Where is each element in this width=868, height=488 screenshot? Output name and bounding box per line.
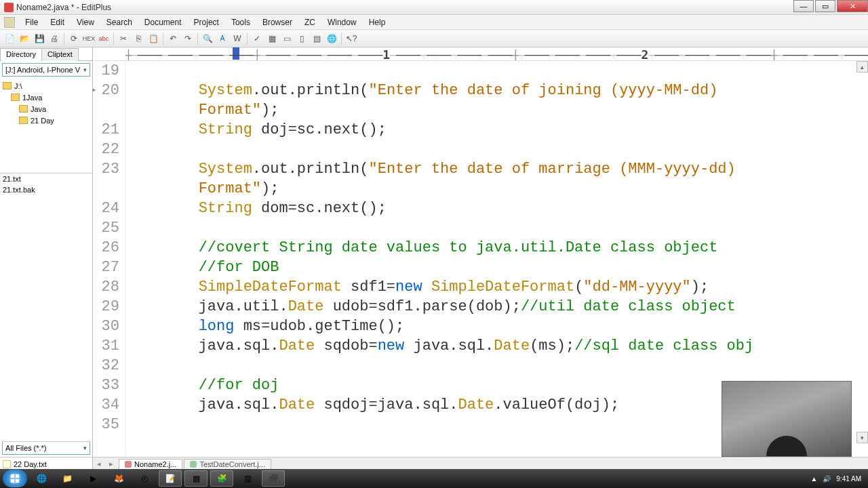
redo-icon[interactable]: ↷ (181, 32, 195, 45)
tab-prev-icon[interactable]: ◂ (93, 460, 105, 468)
separator (341, 33, 342, 45)
title-bar: Noname2.java * - EditPlus — ▭ ✕ (0, 0, 868, 15)
taskbar-cmd-icon[interactable]: ⬛ (262, 470, 285, 487)
columns-icon[interactable]: ▦ (265, 32, 279, 45)
window3-icon[interactable]: ▤ (310, 32, 323, 45)
find-icon[interactable]: 🔍 (201, 32, 214, 45)
menu-view[interactable]: View (71, 16, 100, 28)
open-file-icon[interactable]: 📂 (18, 32, 31, 45)
document-tabs: 22 Day.txt ◂ ▸ Noname2.j... TestDateConv… (0, 457, 868, 470)
system-tray[interactable]: ▲ 🔊 9:41 AM (810, 475, 865, 483)
paste-icon[interactable]: 📋 (146, 32, 160, 45)
menu-search[interactable]: Search (100, 16, 138, 28)
taskbar-app3-icon[interactable]: ▥ (236, 470, 259, 487)
separator (247, 33, 248, 45)
new-file-icon[interactable]: 📄 (3, 32, 16, 45)
line-gutter: 1920212223242526272829303132333435 (93, 61, 125, 457)
taskbar: 🌐 📁 ▶ 🦊 ◴ 📝 ▦ 🧩 ▥ ⬛ ▲ 🔊 9:41 AM (0, 469, 868, 488)
document-tab-label: Noname2.j... (134, 460, 176, 468)
word-wrap-icon[interactable]: W (231, 32, 244, 45)
minimize-button[interactable]: — (793, 0, 814, 12)
taskbar-firefox-icon[interactable]: 🦊 (107, 470, 130, 487)
tree-item-label[interactable]: 21 Day (31, 117, 54, 125)
document-tab[interactable]: TestDateConvert.j... (184, 459, 271, 470)
cut-icon[interactable]: ✂ (117, 32, 130, 45)
menu-document[interactable]: Document (138, 16, 188, 28)
chevron-down-icon: ▾ (83, 445, 87, 451)
tab-directory[interactable]: Directory (0, 48, 42, 61)
separator (197, 33, 198, 45)
tree-item-label[interactable]: 1Java (22, 94, 42, 102)
file-item[interactable]: 21.txt.bak (3, 186, 90, 197)
spell-icon[interactable]: abc (97, 32, 111, 45)
replace-icon[interactable]: A (216, 32, 229, 45)
directory-tree[interactable]: J:\ 1Java Java 21 Day (0, 79, 92, 174)
app-icon (4, 3, 14, 12)
file-list[interactable]: 21.txt 21.txt.bak (0, 174, 92, 439)
menu-project[interactable]: Project (188, 16, 225, 28)
folder-icon (19, 105, 28, 113)
scroll-up-icon[interactable]: ▴ (856, 61, 868, 73)
drive-combo-label: [J:] Android, I-Phone V (5, 66, 80, 74)
ruler-scale: ┼────────────────────┼──────────────────… (125, 47, 868, 61)
tree-item-label[interactable]: J:\ (14, 82, 22, 90)
tree-item-label[interactable]: Java (31, 105, 46, 113)
undo-icon[interactable]: ↶ (166, 32, 180, 45)
taskbar-app2-icon[interactable]: 🧩 (210, 470, 233, 487)
app-menu-icon (4, 17, 15, 28)
copy-icon[interactable]: ⎘ (132, 32, 145, 45)
taskbar-editplus-icon[interactable]: 📝 (159, 470, 182, 487)
taskbar-app-icon[interactable]: ▦ (184, 470, 208, 487)
close-button[interactable]: ✕ (837, 0, 868, 12)
document-tab-label: TestDateConvert.j... (199, 460, 265, 468)
start-button[interactable] (3, 470, 27, 487)
pointer-icon[interactable]: ↖? (344, 32, 358, 45)
scroll-down-icon[interactable]: ▾ (856, 432, 868, 443)
ruler: ┼────────────────────┼──────────────────… (93, 47, 868, 61)
file-item[interactable]: 21.txt (3, 175, 90, 186)
taskbar-chrome-icon[interactable]: ◴ (133, 470, 156, 487)
side-file-tab[interactable]: 22 Day.txt (14, 460, 47, 468)
menu-file[interactable]: File (19, 16, 44, 28)
webcam-overlay (722, 381, 852, 457)
menu-browser[interactable]: Browser (256, 16, 298, 28)
taskbar-media-icon[interactable]: ▶ (81, 470, 104, 487)
menu-edit[interactable]: Edit (44, 16, 71, 28)
file-icon (3, 460, 11, 468)
folder-icon (3, 82, 12, 89)
window-buttons: — ▭ ✕ (792, 0, 868, 12)
maximize-button[interactable]: ▭ (815, 0, 835, 12)
sidebar-tabs: Directory Cliptext (0, 47, 92, 61)
menu-window[interactable]: Window (321, 16, 363, 28)
menu-tools[interactable]: Tools (225, 16, 256, 28)
menu-zc[interactable]: ZC (298, 16, 321, 28)
hex-icon[interactable]: HEX (82, 32, 96, 45)
window2-icon[interactable]: ▯ (295, 32, 309, 45)
drive-combo[interactable]: [J:] Android, I-Phone V ▾ (2, 63, 90, 77)
separator (113, 33, 114, 45)
window-title: Noname2.java * - EditPlus (16, 3, 111, 12)
document-tab-active[interactable]: Noname2.j... (119, 459, 182, 470)
reload-icon[interactable]: ⟳ (67, 32, 81, 45)
bookmark-icon[interactable]: ✓ (250, 32, 264, 45)
window1-icon[interactable]: ▭ (280, 32, 294, 45)
tab-cliptext[interactable]: Cliptext (41, 48, 79, 61)
taskbar-ie-icon[interactable]: 🌐 (30, 470, 53, 487)
folder-icon (11, 94, 20, 101)
browser-icon[interactable]: 🌐 (325, 32, 338, 45)
tab-next-icon[interactable]: ▸ (105, 460, 117, 468)
folder-icon (19, 117, 28, 124)
file-filter-combo[interactable]: All Files (*.*) ▾ (2, 441, 90, 455)
menu-bar: File Edit View Search Document Project T… (0, 15, 868, 30)
print-icon[interactable]: 🖨 (47, 32, 61, 45)
menu-help[interactable]: Help (363, 16, 392, 28)
file-icon (190, 461, 197, 468)
taskbar-explorer-icon[interactable]: 📁 (56, 470, 79, 487)
save-icon[interactable]: 💾 (33, 32, 46, 45)
tray-flag-icon[interactable]: ▲ (810, 475, 817, 483)
sidebar: Directory Cliptext [J:] Android, I-Phone… (0, 47, 93, 457)
windows-logo-icon (9, 472, 21, 485)
tray-time: 9:41 AM (836, 475, 861, 483)
separator (64, 33, 64, 45)
tray-network-icon[interactable]: 🔊 (823, 475, 831, 483)
